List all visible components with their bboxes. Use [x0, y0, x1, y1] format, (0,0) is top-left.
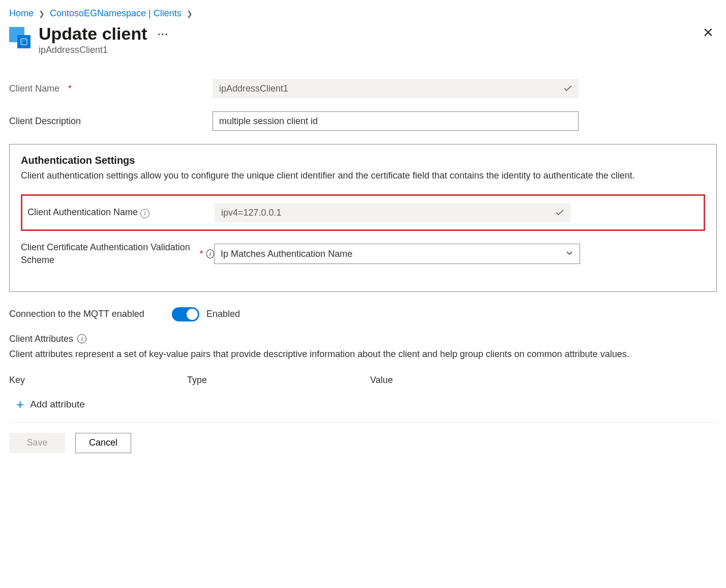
required-indicator: * [200, 248, 203, 260]
breadcrumb: Home ❯ ContosoEGNamespace | Clients ❯ [9, 8, 717, 19]
chevron-down-icon [565, 249, 573, 259]
attributes-table-header: Key Type Value [9, 375, 717, 386]
chevron-right-icon: ❯ [187, 10, 193, 18]
authentication-settings-section: Authentication Settings Client authentic… [9, 144, 717, 292]
client-icon [9, 27, 31, 48]
validation-scheme-label: Client Certificate Authentication Valida… [21, 241, 214, 267]
cancel-button[interactable]: Cancel [75, 433, 131, 453]
chevron-right-icon: ❯ [39, 10, 45, 18]
page-title: Update client [39, 24, 147, 44]
mqtt-enabled-label: Connection to the MQTT enabled [9, 309, 172, 319]
svg-point-1 [22, 40, 23, 41]
more-actions-button[interactable]: ⋯ [157, 27, 169, 41]
svg-point-2 [23, 40, 24, 41]
auth-name-label: Client Authentication Name i [27, 207, 215, 218]
client-attributes-heading: Client Attributes [9, 334, 73, 344]
required-indicator: * [68, 83, 72, 94]
svg-rect-0 [21, 39, 27, 45]
check-icon [555, 208, 565, 218]
breadcrumb-home[interactable]: Home [9, 8, 34, 19]
check-icon [563, 83, 573, 94]
auth-settings-description: Client authentication settings allow you… [21, 169, 705, 182]
mqtt-enabled-status: Enabled [206, 309, 240, 319]
info-icon[interactable]: i [77, 334, 86, 343]
attributes-col-value: Value [370, 375, 717, 386]
svg-point-4 [22, 41, 23, 42]
client-name-label: Client Name * [9, 83, 213, 94]
add-attribute-button[interactable]: + Add attribute [9, 396, 717, 420]
client-attributes-description: Client attributes represent a set of key… [9, 347, 717, 361]
auth-settings-heading: Authentication Settings [21, 155, 705, 166]
auth-name-row-highlight: Client Authentication Name i ipv4=127.0.… [21, 194, 705, 231]
attributes-col-type: Type [187, 375, 370, 386]
svg-point-3 [25, 40, 26, 41]
client-description-input[interactable] [213, 111, 579, 131]
close-button[interactable]: ✕ [703, 26, 714, 39]
info-icon[interactable]: i [206, 249, 214, 258]
info-icon[interactable]: i [140, 209, 149, 218]
auth-name-field: ipv4=127.0.0.1 [215, 203, 570, 222]
client-description-label: Client Description [9, 116, 213, 127]
page-subtitle: ipAddressClient1 [39, 45, 169, 55]
breadcrumb-namespace[interactable]: ContosoEGNamespace | Clients [50, 8, 182, 19]
page-header: Update client ⋯ ipAddressClient1 ✕ [9, 24, 717, 55]
attributes-col-key: Key [9, 375, 187, 386]
svg-point-5 [22, 43, 23, 44]
mqtt-enabled-toggle[interactable] [172, 307, 199, 321]
client-name-field: ipAddressClient1 [213, 79, 579, 98]
save-button[interactable]: Save [9, 433, 65, 453]
plus-icon: + [16, 398, 24, 411]
footer-actions: Save Cancel [9, 422, 717, 453]
validation-scheme-select[interactable]: Ip Matches Authentication Name [214, 244, 580, 264]
